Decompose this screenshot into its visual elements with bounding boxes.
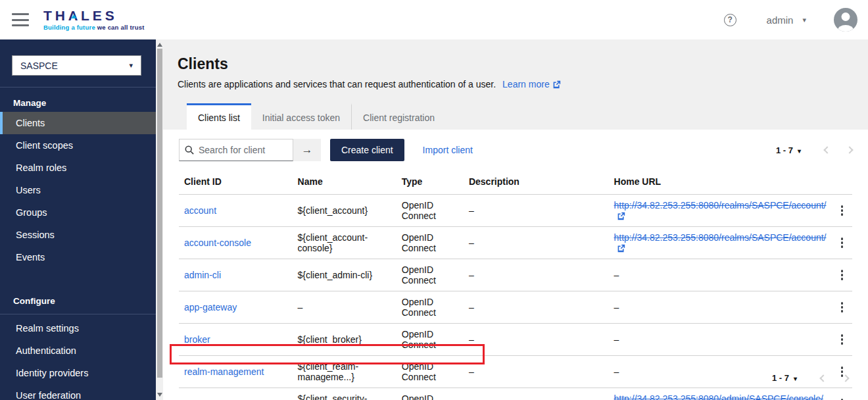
- pagination-range-dropdown[interactable]: 1 - 7▾: [776, 145, 801, 155]
- table-row: admin-cli ${client_admin-cli} OpenID Con…: [179, 259, 852, 291]
- help-icon[interactable]: ?: [724, 14, 736, 26]
- client-type: OpenID Connect: [397, 388, 464, 400]
- search-icon: [185, 145, 194, 155]
- learn-more-link[interactable]: Learn more: [502, 79, 561, 89]
- scroll-down-icon[interactable]: [156, 391, 163, 399]
- realm-selector-value: SASPCE: [20, 61, 58, 71]
- sidebar-scrollbar[interactable]: [156, 39, 163, 400]
- previous-page-icon[interactable]: [823, 146, 831, 153]
- client-type: OpenID Connect: [397, 227, 464, 259]
- sidebar-item-events[interactable]: Events: [0, 246, 156, 268]
- sidebar-item-clients[interactable]: Clients: [0, 112, 156, 134]
- client-id-link[interactable]: admin-cli: [184, 270, 221, 280]
- previous-page-icon[interactable]: [819, 374, 827, 382]
- client-description: –: [464, 324, 609, 356]
- search-input[interactable]: [199, 145, 287, 155]
- client-id-link[interactable]: account: [184, 205, 216, 216]
- kebab-menu-icon[interactable]: [837, 397, 848, 400]
- table-row-highlighted: app-gateway – OpenID Connect – –: [179, 291, 852, 324]
- pagination-range-dropdown[interactable]: 1 - 7▾: [772, 373, 797, 383]
- table-row: broker ${client_broker} OpenID Connect –…: [179, 324, 852, 356]
- client-home-url: –: [609, 291, 832, 324]
- user-name: admin: [767, 14, 794, 26]
- client-id-link[interactable]: app-gateway: [184, 302, 237, 312]
- kebab-menu-icon[interactable]: [837, 236, 848, 250]
- tab-client-registration[interactable]: Client registration: [351, 103, 446, 130]
- clients-table: Client ID Name Type Description Home URL…: [179, 166, 852, 400]
- column-type: Type: [397, 166, 464, 195]
- sidebar-item-authentication[interactable]: Authentication: [0, 339, 156, 362]
- kebab-menu-icon[interactable]: [837, 268, 848, 282]
- home-url-link[interactable]: http://34.82.253.255:8080/realms/SASPCE/…: [614, 200, 827, 211]
- page-title: Clients: [178, 55, 852, 73]
- client-type: OpenID Connect: [397, 259, 464, 291]
- sidebar-item-groups[interactable]: Groups: [0, 201, 156, 224]
- pagination-bottom: 1 - 7▾: [772, 373, 848, 383]
- scroll-up-icon[interactable]: [156, 41, 163, 49]
- next-page-icon[interactable]: [846, 146, 853, 153]
- column-client-id: Client ID: [179, 166, 293, 195]
- import-client-link[interactable]: Import client: [423, 145, 473, 155]
- client-home-url: –: [609, 356, 832, 388]
- sidebar-item-identity-providers[interactable]: Identity providers: [0, 362, 156, 384]
- tab-bar: Clients list Initial access token Client…: [187, 103, 446, 130]
- logo-accent-triangle-icon: [71, 14, 76, 18]
- chevron-down-icon: ▾: [794, 375, 797, 382]
- client-type: OpenID Connect: [397, 324, 464, 356]
- client-description: –: [464, 388, 609, 400]
- table-row: account ${client_account} OpenID Connect…: [179, 195, 852, 227]
- hamburger-menu-icon[interactable]: [12, 13, 29, 26]
- nav-section-manage: Manage: [0, 88, 156, 112]
- user-dropdown[interactable]: admin ▾: [767, 14, 806, 26]
- client-description: –: [464, 291, 609, 324]
- table-row: security-admin-console ${client_security…: [179, 388, 852, 400]
- tab-clients-list[interactable]: Clients list: [187, 103, 251, 130]
- tab-initial-access-token[interactable]: Initial access token: [251, 103, 351, 130]
- client-id-link[interactable]: broker: [184, 334, 210, 345]
- logo-a-glyph: Λ: [68, 9, 81, 22]
- kebab-menu-icon[interactable]: [837, 300, 848, 314]
- sidebar-item-realm-settings[interactable]: Realm settings: [0, 314, 156, 339]
- sidebar-item-user-federation[interactable]: User federation: [0, 384, 156, 400]
- page-description: Clients are applications and services th…: [178, 79, 852, 89]
- client-id-link[interactable]: account-console: [184, 238, 251, 248]
- avatar[interactable]: [834, 8, 857, 32]
- column-name: Name: [293, 166, 397, 195]
- top-header: THΛLES Building a future we can all trus…: [0, 0, 868, 39]
- sidebar-item-client-scopes[interactable]: Client scopes: [0, 134, 156, 157]
- client-name: ${client_account}: [293, 195, 397, 227]
- search-submit-button[interactable]: →: [293, 139, 321, 161]
- sidebar-item-realm-roles[interactable]: Realm roles: [0, 157, 156, 179]
- column-description: Description: [464, 166, 609, 195]
- main-panel: Clients Clients are applications and ser…: [163, 39, 868, 400]
- chevron-down-icon: ▾: [802, 16, 806, 24]
- client-name: ${client_broker}: [293, 324, 397, 356]
- scrollbar-thumb[interactable]: [157, 49, 162, 378]
- client-type: OpenID Connect: [397, 356, 464, 388]
- client-name: ${client_realm-manageme...}: [293, 356, 397, 388]
- clients-list-panel: → Create client Import client 1 - 7▾ Cli…: [163, 130, 868, 400]
- client-home-url: –: [609, 259, 832, 291]
- client-name: ${client_admin-cli}: [293, 259, 397, 291]
- thales-logo: THΛLES Building a future we can all trus…: [43, 9, 145, 31]
- client-home-url: –: [609, 324, 832, 356]
- sidebar-item-sessions[interactable]: Sessions: [0, 224, 156, 246]
- client-type: OpenID Connect: [397, 291, 464, 324]
- table-row: realm-management ${client_realm-manageme…: [179, 356, 852, 388]
- chevron-down-icon: ▾: [129, 61, 133, 70]
- external-link-icon: [617, 212, 625, 220]
- home-url-link[interactable]: http://34.82.253.255:8080/admin/SASPCE/c…: [614, 393, 823, 400]
- column-home-url: Home URL: [609, 166, 832, 195]
- kebab-menu-icon[interactable]: [837, 203, 848, 218]
- column-actions: [832, 166, 853, 195]
- external-link-icon: [617, 244, 625, 253]
- sidebar-item-users[interactable]: Users: [0, 179, 156, 201]
- kebab-menu-icon[interactable]: [837, 332, 848, 347]
- client-id-link[interactable]: realm-management: [184, 366, 264, 377]
- create-client-button[interactable]: Create client: [330, 139, 404, 161]
- home-url-link[interactable]: http://34.82.253.255:8080/realms/SASPCE/…: [614, 232, 827, 243]
- pagination-top: 1 - 7▾: [776, 145, 852, 155]
- client-name: ${client_account-console}: [293, 227, 397, 259]
- next-page-icon[interactable]: [842, 374, 849, 382]
- realm-selector[interactable]: SASPCE ▾: [12, 55, 141, 76]
